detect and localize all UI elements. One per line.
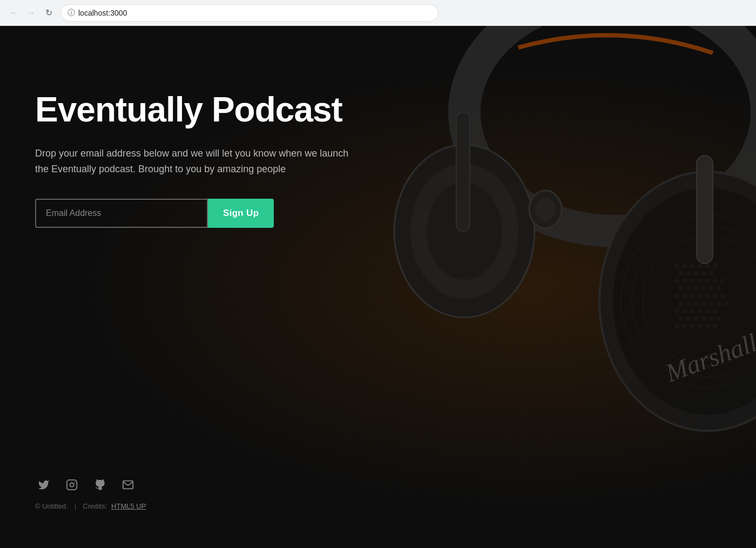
svg-rect-70 xyxy=(67,480,77,490)
browser-toolbar: ← → ↻ ⓘ localhost:3000 xyxy=(0,0,756,26)
signup-button[interactable]: Sign Up xyxy=(208,199,274,228)
description-text: Drop your email address below and we wil… xyxy=(35,146,359,177)
instagram-icon[interactable] xyxy=(63,476,80,493)
email-icon[interactable] xyxy=(119,476,137,493)
url-text: localhost:3000 xyxy=(78,9,127,17)
github-icon[interactable] xyxy=(91,476,109,493)
page-title: Eventually Podcast xyxy=(35,91,392,128)
email-input[interactable] xyxy=(35,199,208,228)
forward-button[interactable]: → xyxy=(24,5,39,21)
address-bar[interactable]: ⓘ localhost:3000 xyxy=(60,4,438,22)
twitter-icon[interactable] xyxy=(35,476,52,493)
security-icon: ⓘ xyxy=(68,8,75,18)
credits-label: Credits: xyxy=(83,502,107,510)
main-content-area: Eventually Podcast Drop your email addre… xyxy=(35,91,392,228)
reload-button[interactable]: ↻ xyxy=(41,5,56,21)
credits-link[interactable]: HTML5 UP xyxy=(111,502,146,510)
footer-text: © Untitled. | Credits: HTML5 UP xyxy=(35,502,721,510)
footer-divider: | xyxy=(75,502,76,510)
page-wrapper: Marshall Eventually Podcast Drop your em… xyxy=(0,26,756,548)
copyright-text: © Untitled. xyxy=(35,502,68,510)
social-icons-bar xyxy=(35,476,721,493)
footer: © Untitled. | Credits: HTML5 UP xyxy=(35,476,721,516)
back-button[interactable]: ← xyxy=(6,5,22,21)
signup-form: Sign Up xyxy=(35,199,392,228)
page-content: Eventually Podcast Drop your email addre… xyxy=(0,26,756,548)
nav-buttons: ← → ↻ xyxy=(6,5,56,21)
